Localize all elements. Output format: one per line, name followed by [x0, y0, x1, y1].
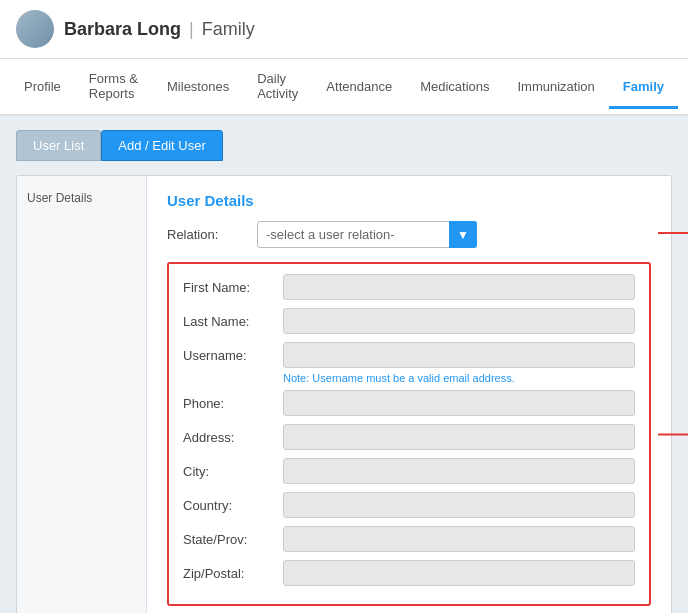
content-area: User List Add / Edit User User Details U… — [0, 116, 688, 613]
state-row: State/Prov: — [183, 526, 635, 552]
username-label: Username: — [183, 348, 283, 363]
phone-input[interactable] — [283, 390, 635, 416]
select-arrow-button[interactable]: ▼ — [449, 221, 477, 248]
phone-label: Phone: — [183, 396, 283, 411]
header-separator: | — [189, 19, 194, 40]
last-name-row: Last Name: — [183, 308, 635, 334]
first-name-row: First Name: — [183, 274, 635, 300]
state-input[interactable] — [283, 526, 635, 552]
nav-item-attendance[interactable]: Attendance — [312, 67, 406, 109]
form-title: User Details — [167, 192, 651, 209]
red-box-fields: First Name: Last Name: Username: — [167, 262, 651, 606]
country-row: Country: — [183, 492, 635, 518]
nav-item-milestones[interactable]: Milestones — [153, 67, 243, 109]
nav-item-daily-activity[interactable]: Daily Activity — [243, 59, 312, 116]
tab-bar: User List Add / Edit User — [16, 130, 672, 161]
state-label: State/Prov: — [183, 532, 283, 547]
relation-label: Relation: — [167, 227, 257, 242]
city-label: City: — [183, 464, 283, 479]
last-name-label: Last Name: — [183, 314, 283, 329]
address-input[interactable] — [283, 424, 635, 450]
header-section: Family — [202, 19, 255, 40]
panel-inner: User Details User Details Relation: -sel… — [17, 176, 671, 613]
username-row: Username: — [183, 342, 635, 368]
form-panel: User Details User Details Relation: -sel… — [16, 175, 672, 613]
relation-select[interactable]: -select a user relation- — [257, 221, 477, 248]
nav-item-family[interactable]: Family — [609, 67, 678, 109]
sidebar-user-details-label: User Details — [27, 191, 92, 205]
phone-row: Phone: — [183, 390, 635, 416]
tab-add-edit-user[interactable]: Add / Edit User — [101, 130, 222, 161]
nav-item-forms-reports[interactable]: Forms & Reports — [75, 59, 153, 116]
country-input[interactable] — [283, 492, 635, 518]
first-name-input[interactable] — [283, 274, 635, 300]
city-input[interactable] — [283, 458, 635, 484]
username-input[interactable] — [283, 342, 635, 368]
chevron-down-icon: ▼ — [457, 228, 469, 242]
city-row: City: — [183, 458, 635, 484]
zip-row: Zip/Postal: — [183, 560, 635, 586]
nav-item-immunization[interactable]: Immunization — [504, 67, 609, 109]
address-row: Address: — [183, 424, 635, 450]
nav-item-profile[interactable]: Profile — [10, 67, 75, 109]
address-label: Address: — [183, 430, 283, 445]
country-label: Country: — [183, 498, 283, 513]
annotation-5: 5. — [658, 225, 688, 240]
tab-user-list[interactable]: User List — [16, 130, 101, 161]
panel-sidebar: User Details — [17, 176, 147, 613]
arrow-6-icon — [658, 427, 688, 441]
nav-item-medications[interactable]: Medications — [406, 67, 503, 109]
nav-bar: Profile Forms & Reports Milestones Daily… — [0, 59, 688, 116]
zip-label: Zip/Postal: — [183, 566, 283, 581]
last-name-input[interactable] — [283, 308, 635, 334]
zip-input[interactable] — [283, 560, 635, 586]
red-box-wrapper: First Name: Last Name: Username: — [167, 262, 651, 606]
annotation-6: 6. — [658, 427, 688, 442]
relation-row: Relation: -select a user relation- ▼ 5. — [167, 221, 651, 248]
main-form: User Details Relation: -select a user re… — [147, 176, 671, 613]
user-name: Barbara Long — [64, 19, 181, 40]
arrow-5-icon — [658, 226, 688, 240]
relation-select-wrap: -select a user relation- ▼ — [257, 221, 477, 248]
first-name-label: First Name: — [183, 280, 283, 295]
avatar — [16, 10, 54, 48]
header: Barbara Long | Family — [0, 0, 688, 59]
username-note: Note: Username must be a valid email add… — [283, 372, 635, 384]
